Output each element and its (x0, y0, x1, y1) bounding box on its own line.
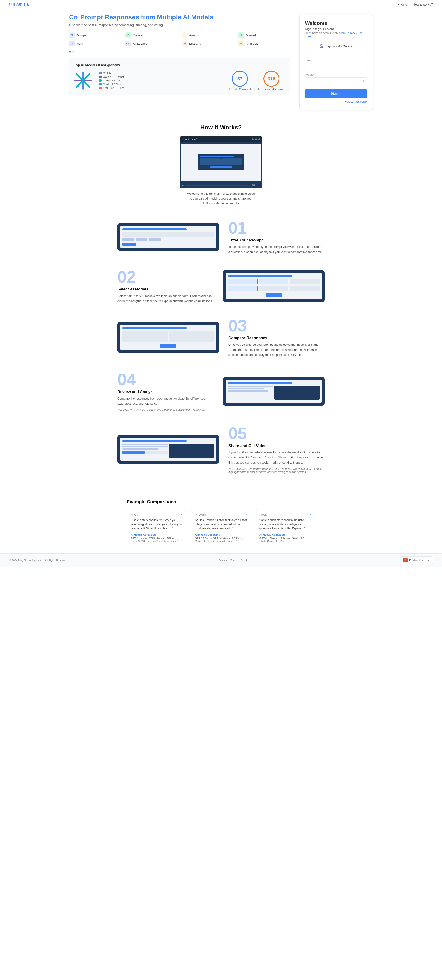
step-03-number: 03 (228, 317, 324, 334)
footer-copyright: © 2024 Ning Technologies Inc., All Right… (9, 559, 68, 562)
product-hunt-badge[interactable]: P Product Hunt ▲ (400, 556, 433, 564)
step-05-number: 05 (228, 425, 324, 442)
step-05-tip: Tip: Encourage others to vote on the bes… (228, 467, 324, 474)
step-05-title: Share and Get Votes (228, 444, 324, 448)
step-02-screenshot (223, 270, 324, 302)
footer: © 2024 Ning Technologies Inc., All Right… (0, 553, 442, 567)
model-google: G Google (69, 32, 121, 38)
model-openai: ◎ OpenAI (238, 32, 290, 38)
step-02: 02 Select AI Models Select from 2 to 6 A… (118, 269, 324, 304)
video-control-dot (252, 138, 254, 140)
fullscreen-icon[interactable]: ⛶ (258, 184, 260, 186)
step-02-number: 02 (118, 269, 214, 285)
step-03-title: Compare Responses (228, 336, 324, 340)
model-anthropic-label: Anthropic (246, 42, 258, 45)
responses-label: AI responses Generated (258, 88, 285, 91)
top-navigation: this%this.ai Pricing How it works? (0, 0, 442, 9)
welcome-subtitle: Sign in to your account (305, 27, 367, 30)
step-04-content: 04 Review and Analyze Compare the respon… (118, 371, 214, 411)
main-container: Co Prompt Responses from Multiple AI Mod… (60, 9, 382, 115)
cohere-icon: C (126, 32, 131, 38)
responses-count: 316 (263, 71, 280, 87)
google-icon: G (69, 32, 75, 38)
logo[interactable]: this%this.ai (9, 2, 30, 6)
footer-links: Privacy Terms of Service (218, 559, 249, 562)
video-control-dot-2 (255, 138, 257, 140)
example-models-label-1: AI Models Compared (130, 533, 183, 536)
step-01-screenshot (118, 223, 219, 251)
email-field[interactable] (305, 63, 367, 71)
step-01-desc: In the text box provided, type the promp… (228, 244, 324, 255)
mistral-icon: M (182, 41, 188, 46)
legend-gemini15pro: Gemini 1.5 Pro (99, 79, 124, 82)
amazon-icon: ~ (182, 32, 188, 38)
step-04-tip: Tip: Look for clarity, coherence, and th… (118, 408, 214, 411)
video-controls[interactable]: ▶ 0:00 ⛶ (180, 183, 262, 188)
share-icon-3[interactable]: ↗ (309, 513, 312, 516)
password-field[interactable] (305, 77, 367, 85)
terms-link[interactable]: Terms of Service (231, 559, 249, 562)
nav-pricing[interactable]: Pricing (397, 3, 407, 6)
examples-title: Example Comparisons (127, 499, 315, 504)
model-ai21: AI21 AI 21 Labs (126, 41, 177, 46)
model-ai21-label: AI 21 Labs (133, 42, 147, 45)
sign-in-button[interactable]: Sign In (305, 89, 367, 98)
legend-label-gpt4o: GPT 4o (103, 72, 112, 75)
models-grid: G Google C Cohere ~ Amazon ◎ OpenAI ∞ Me… (69, 32, 290, 46)
welcome-panel: Welcome Sign in to your account Don't ha… (299, 14, 373, 110)
privacy-link[interactable]: Privacy (218, 559, 227, 562)
stats-card-title: Top AI Models used globally (74, 63, 285, 67)
or-divider: or (305, 54, 367, 57)
step-02-title: Select AI Models (118, 287, 214, 292)
video-player[interactable]: How it works? (180, 137, 262, 188)
example-card-2: Prompt ↗ "Write a Python function that t… (191, 509, 251, 546)
stats-card-inner: GPT 4o Claude 3.5 Sonnet Gemini 1.5 Pro … (74, 71, 285, 91)
step-01: 01 Enter Your Prompt In the text box pro… (118, 220, 324, 255)
step-04: 04 Review and Analyze Compare the respon… (118, 371, 324, 411)
legend-dot-claude (99, 76, 102, 78)
carousel-dot-1[interactable] (69, 51, 71, 53)
how-it-works-title: How It Works? (140, 124, 302, 131)
legend-label-gemini15flash: Gemini 1.5 Flash (103, 83, 122, 86)
product-hunt-label: Product Hunt (409, 558, 425, 562)
email-label: EMAIL (305, 59, 367, 62)
model-amazon: ~ Amazon (182, 32, 234, 38)
step-03-desc: Once you've entered your prompt and sele… (228, 342, 324, 358)
model-anthropic: A Anthropic (238, 41, 290, 46)
nav-how-it-works[interactable]: How it works? (413, 3, 433, 6)
stat-responses: 316 AI responses Generated (258, 71, 285, 91)
step-04-screenshot (223, 377, 324, 406)
forgot-password-link[interactable]: Forgot Password? (305, 100, 367, 103)
step-02-content: 02 Select AI Models Select from 2 to 6 A… (118, 269, 214, 304)
model-amazon-label: Amazon (189, 33, 200, 37)
password-label: PASSWORD (305, 74, 367, 76)
model-cohere: C Cohere (126, 32, 177, 38)
play-icon[interactable]: ▶ (182, 184, 184, 186)
how-it-works-inner: How It Works? How it works? (140, 124, 302, 206)
chart-legend: GPT 4o Claude 3.5 Sonnet Gemini 1.5 Pro … (99, 72, 124, 89)
example-label-1: Prompt ↗ (130, 513, 183, 516)
how-it-works-desc: Welcome to thisorthis.ai! Follow these s… (186, 191, 256, 206)
eye-icon[interactable]: 👁 (362, 80, 365, 83)
chart-placeholder (74, 72, 92, 90)
stats-numbers: 87 Prompts Compared 316 AI responses Gen… (229, 71, 285, 91)
how-it-works-section: How It Works? How it works? (0, 115, 442, 215)
share-icon-2[interactable]: ↗ (245, 513, 247, 516)
share-icon-1[interactable]: ↗ (180, 513, 183, 516)
page-title: Co Prompt Responses from Multiple AI Mod… (69, 14, 290, 21)
step-03: 03 Compare Responses Once you've entered… (118, 317, 324, 358)
hero-subtitle: Discover the best AI responses by compar… (69, 23, 290, 27)
google-logo-icon (319, 44, 323, 48)
legend-label-claude: Claude 3.5 Sonnet (103, 75, 124, 78)
legend-dot-gemini15pro (99, 80, 102, 82)
legend-titan: Titan Text G1 - Lite (99, 86, 124, 89)
model-openai-label: OpenAI (246, 33, 256, 37)
left-content: Co Prompt Responses from Multiple AI Mod… (69, 14, 290, 110)
google-signin-button[interactable]: Sign in with Google (305, 42, 367, 51)
carousel-dot-2[interactable] (72, 51, 74, 53)
prompts-count: 87 (232, 71, 248, 87)
model-cohere-label: Cohere (133, 33, 143, 37)
welcome-title: Welcome (305, 20, 367, 26)
example-models-list-3: GPT 4o, Claude 3.5 Sonnet, Gemini 1.5 Fl… (259, 537, 312, 542)
example-label-2: Prompt ↗ (195, 513, 247, 516)
